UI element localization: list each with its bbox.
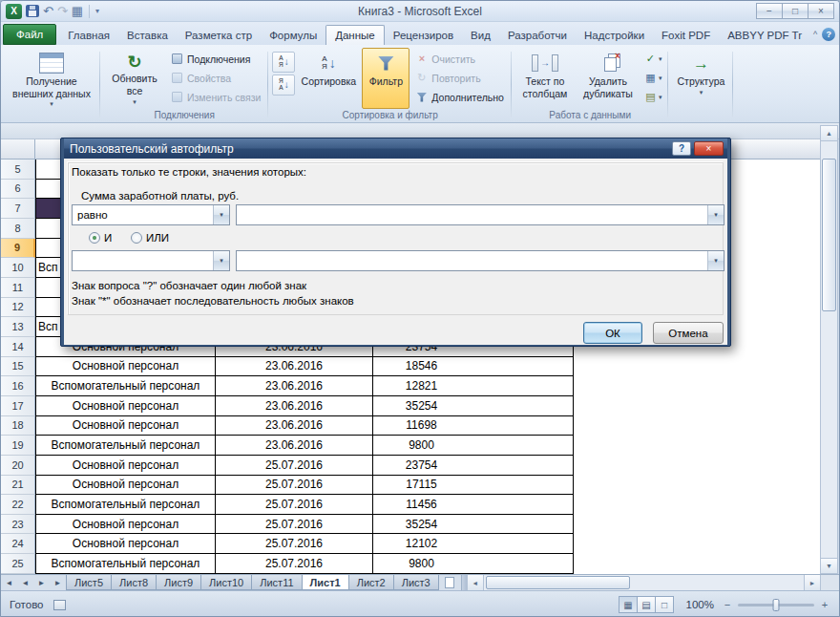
- cell-date[interactable]: 25.07.2016: [216, 554, 373, 574]
- row-header[interactable]: 11: [1, 278, 35, 298]
- cell-personnel[interactable]: Основной персонал: [35, 476, 216, 496]
- connections-button[interactable]: Подключения: [167, 50, 264, 68]
- undo-icon[interactable]: ↶: [43, 5, 53, 17]
- cell-date[interactable]: 25.07.2016: [216, 476, 373, 496]
- vertical-scrollbar[interactable]: ▲ ▼: [820, 125, 838, 574]
- cell-sliver[interactable]: [35, 239, 60, 259]
- cell-personnel[interactable]: Основной персонал: [35, 416, 216, 436]
- sort-ascending-button[interactable]: АЯ ↓: [272, 52, 295, 73]
- minimize-button[interactable]: −: [756, 3, 783, 19]
- cell-sliver[interactable]: [35, 199, 60, 219]
- ribbon-tab[interactable]: Разметка стр: [177, 26, 261, 45]
- first-sheet-icon[interactable]: ◄: [1, 575, 17, 590]
- cell-date[interactable]: 25.07.2016: [216, 456, 373, 476]
- vertical-scroll-thumb[interactable]: [822, 159, 836, 311]
- cell-personnel[interactable]: Основной персонал: [35, 515, 216, 535]
- cell-sliver[interactable]: Всп: [35, 317, 60, 337]
- reapply-button[interactable]: ↻ Повторить: [411, 69, 508, 87]
- row-header[interactable]: 13: [1, 317, 35, 337]
- zoom-track[interactable]: [738, 604, 814, 606]
- zoom-out-icon[interactable]: −: [722, 599, 733, 610]
- sheet-tab[interactable]: Лист11: [251, 575, 302, 590]
- ribbon-tab[interactable]: Данные: [326, 25, 385, 45]
- cell-salary[interactable]: 12102: [373, 534, 574, 554]
- clear-filter-button[interactable]: × Очистить: [411, 50, 508, 68]
- zoom-thumb[interactable]: [773, 599, 780, 611]
- grid-icon[interactable]: ▦: [72, 5, 83, 17]
- dialog-close-button[interactable]: ×: [694, 141, 724, 156]
- sort-button[interactable]: АЯ ↓ Сортировка: [297, 48, 360, 109]
- edit-links-button[interactable]: Изменить связи: [167, 88, 264, 106]
- cell-personnel[interactable]: Вспомогательный персонал: [35, 495, 216, 515]
- cell-empty[interactable]: [574, 495, 820, 515]
- cell-empty[interactable]: [574, 436, 820, 456]
- cell-sliver[interactable]: [35, 298, 60, 318]
- cell-salary[interactable]: 35254: [373, 396, 574, 416]
- consolidate-button[interactable]: ▦ ▾: [641, 69, 665, 87]
- redo-icon[interactable]: ↷: [57, 5, 68, 17]
- maximize-button[interactable]: □: [782, 3, 808, 19]
- refresh-all-button[interactable]: ↻ Обновить все ▾: [104, 48, 165, 109]
- collapse-ribbon-icon[interactable]: ^: [813, 30, 817, 39]
- chevron-down-icon[interactable]: ▾: [213, 251, 229, 270]
- cell-sliver[interactable]: [35, 160, 60, 180]
- cell-empty[interactable]: [574, 476, 820, 496]
- cell-salary[interactable]: 11456: [373, 495, 574, 515]
- chevron-down-icon[interactable]: ▾: [707, 205, 724, 224]
- row-header[interactable]: 20: [1, 456, 35, 476]
- row-header[interactable]: 16: [1, 376, 35, 396]
- ribbon-tab[interactable]: Рецензиров: [385, 26, 462, 45]
- cell-salary[interactable]: 23754: [373, 456, 574, 476]
- sheet-tab[interactable]: Лист2: [348, 575, 394, 590]
- row-header[interactable]: 14: [1, 337, 35, 357]
- cell-salary[interactable]: 9800: [373, 554, 574, 574]
- scroll-right-icon[interactable]: ►: [804, 575, 820, 590]
- value1-combobox[interactable]: ▾: [236, 204, 724, 225]
- previous-sheet-icon[interactable]: ◄: [17, 575, 33, 590]
- ribbon-tab[interactable]: Файл: [3, 24, 56, 45]
- ribbon-tab[interactable]: Главная: [59, 26, 118, 45]
- row-header[interactable]: 24: [1, 534, 35, 554]
- cell-empty[interactable]: [574, 515, 820, 535]
- properties-button[interactable]: Свойства: [167, 69, 264, 87]
- scroll-down-icon[interactable]: ▼: [821, 558, 837, 573]
- filter-button[interactable]: Фильтр: [362, 48, 410, 109]
- row-header[interactable]: 18: [1, 416, 35, 436]
- cell-salary[interactable]: 9800: [373, 436, 574, 456]
- row-header[interactable]: 9: [1, 239, 35, 259]
- text-to-columns-button[interactable]: → Текст по столбцам: [515, 48, 575, 109]
- sort-descending-button[interactable]: ЯА ↓: [272, 74, 295, 96]
- cell-empty[interactable]: [574, 416, 820, 436]
- ribbon-tab[interactable]: Foxit PDF: [653, 26, 719, 45]
- what-if-analysis-button[interactable]: ▤ ▾: [641, 88, 665, 106]
- chevron-down-icon[interactable]: ▾: [213, 205, 229, 224]
- zoom-in-icon[interactable]: +: [819, 599, 830, 610]
- sheet-tab[interactable]: Лист1: [302, 575, 349, 590]
- cell-date[interactable]: 25.07.2016: [216, 495, 373, 515]
- cell-date[interactable]: 23.06.2016: [216, 376, 373, 396]
- excel-logo-icon[interactable]: X: [6, 4, 22, 19]
- row-header[interactable]: 15: [1, 357, 35, 377]
- cell-empty[interactable]: [574, 456, 820, 476]
- row-header[interactable]: 8: [1, 219, 35, 239]
- sheet-tab[interactable]: Лист5: [66, 575, 112, 590]
- cell-empty[interactable]: [574, 534, 820, 554]
- page-break-view-button[interactable]: □: [655, 596, 674, 613]
- cell-empty[interactable]: [574, 357, 820, 377]
- dialog-title-bar[interactable]: Пользовательский автофильтр ? ×: [64, 138, 727, 159]
- cell-sliver[interactable]: [35, 278, 60, 298]
- scroll-left-icon[interactable]: ◄: [468, 575, 484, 590]
- ribbon-tab[interactable]: Вид: [462, 26, 499, 45]
- outline-button[interactable]: → Структура ▾: [672, 48, 729, 122]
- close-button[interactable]: ×: [808, 3, 834, 19]
- row-header[interactable]: 17: [1, 396, 35, 416]
- cell-empty[interactable]: [574, 376, 820, 396]
- condition1-combobox[interactable]: равно ▾: [72, 204, 230, 225]
- condition2-combobox[interactable]: ▾: [72, 250, 230, 271]
- cell-salary[interactable]: 12821: [373, 376, 574, 396]
- cell-empty[interactable]: [574, 396, 820, 416]
- cancel-button[interactable]: Отмена: [653, 322, 724, 344]
- row-header[interactable]: 7: [1, 199, 35, 219]
- chevron-down-icon[interactable]: ▾: [707, 251, 724, 270]
- help-icon[interactable]: ?: [822, 28, 835, 41]
